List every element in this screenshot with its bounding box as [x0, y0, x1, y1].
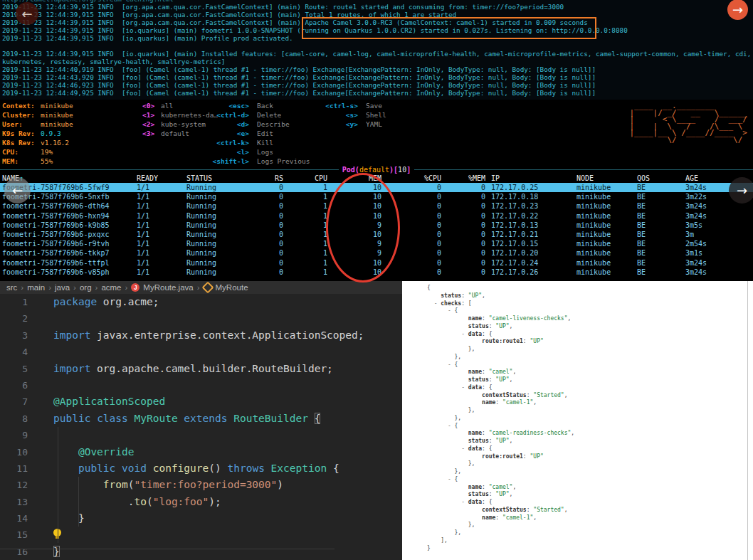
hotkey-item[interactable]: <e>Edit — [209, 129, 310, 138]
table-row[interactable]: foometri-7587f769b6-hxn941/1Running01100… — [0, 211, 753, 221]
json-token: { — [427, 285, 431, 291]
collapse-toggle[interactable]: - — [461, 331, 468, 337]
namespace-shortcut[interactable]: <2>kube-system — [142, 120, 218, 129]
table-cell: 0 — [0, 221, 485, 230]
json-token — [427, 392, 482, 398]
json-line: - { — [427, 307, 753, 315]
line-number: 5 — [0, 361, 39, 377]
json-token — [427, 315, 468, 322]
table-row[interactable]: foometri-7587f769b6-tkkp71/1Running01900… — [0, 248, 753, 258]
line-number: 16 — [0, 544, 39, 560]
collapse-toggle[interactable]: - — [461, 499, 468, 505]
json-line: }, — [427, 346, 753, 354]
table-cell: BE — [637, 192, 646, 201]
breadcrumb-item[interactable]: MyRoute.java — [143, 283, 193, 292]
column-header[interactable]: IP — [491, 174, 500, 183]
collapse-toggle[interactable]: - — [448, 423, 455, 429]
hotkey-item[interactable]: <y>YAML — [318, 120, 386, 129]
nav-back-mid-button[interactable]: ← — [4, 177, 31, 204]
hotkey-item[interactable]: <ctrl-s>Save — [318, 101, 386, 110]
json-line: name: "camel-liveness-checks", — [427, 315, 753, 323]
table-cell: 3m24s — [685, 201, 707, 211]
json-token: , — [510, 323, 513, 329]
json-token: data — [468, 331, 482, 337]
hotkey-item[interactable]: <d>Describe — [209, 120, 310, 129]
code-text: package org.acme; — [39, 296, 159, 307]
collapse-toggle[interactable]: - — [434, 300, 441, 307]
json-line: } — [427, 545, 753, 553]
breadcrumb-item[interactable]: MyRoute — [216, 283, 248, 292]
hotkey-item[interactable]: <l>Logs — [209, 147, 310, 157]
hotkey-item[interactable]: <s>Shell — [318, 110, 386, 120]
json-token — [427, 399, 482, 406]
json-token — [427, 476, 448, 482]
table-row[interactable]: foometri-7587f769b6-v85ph1/1Running01100… — [0, 268, 753, 277]
terminal-log-line: 2019-11-23 12:44:39,915 INFO [org.apa.ca… — [2, 3, 753, 11]
hotkey-action: Kill — [257, 139, 273, 147]
cluster-info-row: Cluster:minikube — [2, 110, 73, 120]
namespace-shortcut[interactable]: <3>default — [142, 129, 218, 138]
code-token: { — [315, 413, 321, 424]
code-token: import — [53, 329, 90, 341]
code-token: "timer:foo?period=3000" — [135, 479, 278, 490]
table-cell: 0 — [0, 201, 485, 211]
table-cell: minikube — [576, 268, 611, 277]
table-cell: 3m — [685, 230, 694, 239]
column-header[interactable]: NODE — [576, 174, 594, 183]
collapse-toggle[interactable]: - — [448, 476, 455, 482]
json-viewer-panel: { status: "UP", - checks: [ - { name: "c… — [402, 281, 753, 560]
nav-next-top-button[interactable]: → — [727, 0, 748, 20]
json-token — [427, 499, 461, 505]
breadcrumb-item[interactable]: src — [6, 283, 17, 292]
code-token: public — [53, 413, 90, 424]
code-token — [147, 463, 153, 474]
nav-next-mid-button[interactable]: → — [729, 177, 753, 204]
scrollbar[interactable] — [747, 281, 748, 560]
column-header[interactable]: QOS — [637, 174, 650, 183]
json-token — [427, 307, 448, 314]
breadcrumb-item[interactable]: acme — [101, 283, 121, 292]
breadcrumb-item[interactable]: java — [55, 283, 70, 292]
hotkey-item[interactable]: <esc>Back — [209, 101, 310, 110]
table-cell: 3m24s — [685, 183, 707, 192]
json-token: route:route1 — [482, 338, 523, 344]
namespace-shortcut[interactable]: <0>all — [142, 101, 218, 110]
table-row[interactable]: foometri-7587f769b6-r9tvh1/1Running01900… — [0, 239, 753, 248]
hotkey-key: <ctrl-s> — [318, 101, 358, 110]
breadcrumb-item[interactable]: main — [27, 283, 45, 292]
table-cell: 3m5s — [685, 221, 702, 230]
hotkey-item[interactable]: <ctrl-k>Kill — [209, 138, 310, 147]
hotkey-item[interactable]: <ctrl-d>Delete — [209, 110, 310, 120]
json-line: - data: { — [427, 331, 753, 339]
code-line: 11 public void configure() throws Except… — [0, 460, 402, 477]
json-token: : — [489, 376, 496, 383]
line-number: 2 — [0, 310, 39, 327]
nav-back-top-button[interactable]: ← — [16, 2, 38, 25]
collapse-toggle[interactable]: - — [461, 445, 468, 452]
column-header[interactable]: %MEM — [0, 174, 485, 183]
table-row[interactable]: foometri-7587f769b6-5nxfb1/1Running01100… — [0, 192, 753, 201]
json-token: }, — [427, 522, 475, 528]
code-token: extends — [184, 413, 227, 424]
code-line: 15 — [0, 527, 402, 543]
breadcrumb-item[interactable]: org — [80, 283, 92, 292]
table-row[interactable]: foometri-7587f769b6-pxqxc1/1Running01100… — [0, 230, 753, 239]
json-line: route:route1: "UP" — [427, 338, 753, 346]
collapse-toggle[interactable]: - — [461, 384, 468, 391]
table-row[interactable]: foometri-7587f769b6-5fwf91/1Running01100… — [0, 183, 753, 192]
table-row[interactable]: foometri-7587f769b6-k9b851/1Running01900… — [0, 221, 753, 230]
column-header[interactable]: AGE — [685, 174, 698, 183]
info-label: Cluster: — [2, 110, 41, 120]
json-line: status: "UP", — [427, 438, 753, 445]
json-line: status: "UP", — [427, 292, 753, 300]
collapse-toggle[interactable]: - — [448, 307, 455, 314]
collapse-toggle[interactable]: - — [448, 361, 455, 368]
json-token: }, — [427, 346, 475, 352]
namespace-shortcut[interactable]: <1>kubernetes-da… — [142, 110, 218, 120]
json-token: name — [468, 430, 482, 436]
table-row[interactable]: foometri-7587f769b6-dth641/1Running01100… — [0, 201, 753, 211]
json-token: name — [468, 315, 482, 322]
terminal-log-line: 2019-11-23 12:44:49,925 INFO [foo] (Came… — [2, 89, 753, 97]
table-cell: 3m24s — [685, 211, 707, 221]
table-row[interactable]: foometri-7587f769b6-ttfpl1/1Running01100… — [0, 258, 753, 268]
